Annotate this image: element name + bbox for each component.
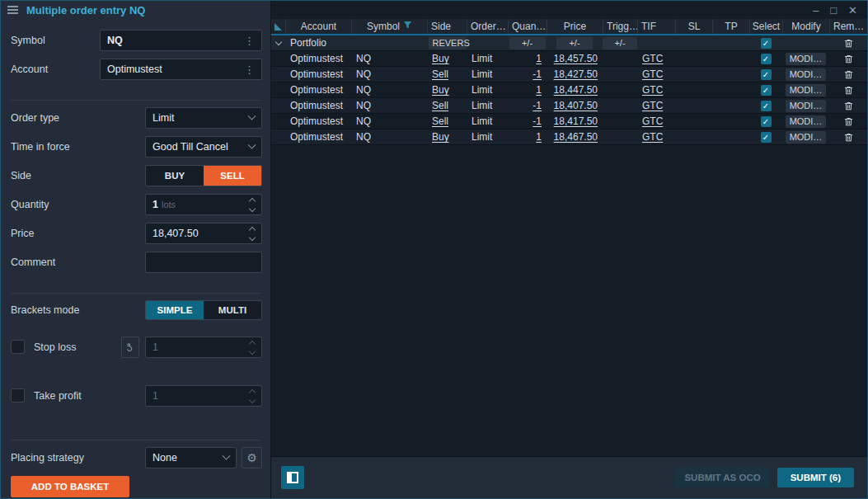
reverse-button[interactable]: REVERS [429, 37, 467, 49]
modify-button[interactable]: MODI… [786, 53, 827, 65]
order-quantity-link[interactable]: 1 [536, 53, 542, 64]
order-price-link[interactable]: 18,447.50 [554, 84, 598, 96]
order-price-link[interactable]: 18,457.50 [554, 53, 598, 64]
stop-loss-checkbox[interactable] [11, 340, 25, 354]
select-checkbox[interactable]: ✓ [761, 38, 772, 49]
trailing-hook-icon[interactable] [121, 337, 139, 358]
column-header-tif[interactable]: TIF [637, 19, 675, 34]
column-header-select[interactable]: Select [749, 19, 782, 34]
comment-input[interactable] [145, 252, 262, 273]
stop-loss-stepper[interactable]: 1 [145, 337, 262, 358]
column-header-tp[interactable]: TP [712, 19, 749, 34]
symbol-field[interactable]: NQ ⋮ [100, 30, 262, 51]
simple-button[interactable]: SIMPLE [146, 301, 204, 319]
take-profit-stepper[interactable]: 1 [145, 385, 262, 407]
order-side-link[interactable]: Buy [432, 53, 449, 64]
order-tif-link[interactable]: GTC [642, 115, 663, 127]
column-header-sl[interactable]: SL [675, 19, 712, 34]
order-side-link[interactable]: Sell [432, 115, 448, 127]
column-header-trigger[interactable]: Trigg… [603, 19, 637, 34]
trash-icon[interactable] [843, 38, 854, 49]
add-to-basket-button[interactable]: ADD TO BASKET [11, 476, 129, 497]
column-header-symbol[interactable]: Symbol [351, 19, 427, 34]
order-tif-link[interactable]: GTC [642, 53, 663, 64]
account-field[interactable]: Optimustest ⋮ [100, 59, 262, 80]
order-price-link[interactable]: 18,407.50 [554, 100, 598, 111]
panel-toggle-button[interactable] [281, 466, 304, 489]
spinner-icon[interactable] [245, 228, 255, 240]
modify-button[interactable]: MODI… [786, 100, 827, 112]
select-checkbox[interactable]: ✓ [761, 132, 772, 143]
column-header-price[interactable]: Price [547, 19, 603, 34]
kebab-icon[interactable]: ⋮ [239, 64, 255, 76]
order-side-link[interactable]: Buy [432, 84, 449, 96]
expand-chevron-icon[interactable] [271, 42, 285, 45]
spinner-icon[interactable] [245, 390, 255, 402]
order-side-link[interactable]: Buy [432, 131, 449, 143]
price-plus-minus-button[interactable]: +/- [556, 37, 593, 49]
order-quantity-link[interactable]: 1 [536, 131, 542, 143]
select-checkbox[interactable]: ✓ [761, 54, 772, 64]
order-account: Optimustest [285, 131, 351, 143]
spinner-icon[interactable] [245, 341, 255, 354]
buy-button[interactable]: BUY [146, 166, 204, 186]
price-stepper[interactable]: 18,407.50 [145, 223, 262, 244]
select-checkbox[interactable]: ✓ [761, 116, 772, 127]
quantity-stepper[interactable]: 1 lots [145, 194, 262, 215]
order-price-link[interactable]: 18,467.50 [554, 131, 598, 143]
select-checkbox[interactable]: ✓ [761, 85, 772, 96]
order-side-link[interactable]: Sell [432, 100, 448, 111]
column-header-modify[interactable]: Modify [782, 19, 829, 34]
placing-strategy-select[interactable]: None [145, 447, 237, 468]
take-profit-checkbox[interactable] [11, 388, 25, 402]
select-checkbox[interactable]: ✓ [761, 69, 772, 80]
gear-icon[interactable]: ⚙ [242, 447, 262, 468]
sell-button[interactable]: SELL [204, 166, 261, 186]
close-icon[interactable]: ✕ [848, 5, 857, 16]
maximize-icon[interactable]: □ [830, 5, 837, 16]
select-all-corner-icon[interactable] [271, 19, 285, 34]
minimize-icon[interactable]: – [813, 5, 819, 16]
modify-button[interactable]: MODI… [786, 84, 827, 97]
time-in-force-select[interactable]: Good Till Cancel [145, 136, 262, 158]
order-quantity-link[interactable]: -1 [533, 68, 542, 80]
column-header-quantity[interactable]: Quan… [508, 19, 547, 34]
modify-button[interactable]: MODI… [786, 131, 827, 144]
column-header-account[interactable]: Account [285, 19, 351, 34]
filter-icon[interactable] [403, 21, 412, 32]
trash-icon[interactable] [843, 69, 854, 80]
multi-button[interactable]: MULTI [204, 301, 261, 319]
quantity-plus-minus-button[interactable]: +/- [509, 37, 546, 49]
trash-icon[interactable] [843, 132, 854, 143]
trash-icon[interactable] [843, 101, 854, 111]
order-type-select[interactable]: Limit [145, 107, 262, 129]
trash-icon[interactable] [843, 54, 854, 64]
modify-button[interactable]: MODI… [786, 68, 827, 81]
menu-icon[interactable] [7, 6, 18, 14]
order-tif-link[interactable]: GTC [642, 131, 663, 143]
order-price-link[interactable]: 18,427.50 [554, 68, 598, 80]
submit-as-oco-button[interactable]: SUBMIT AS OCO [674, 468, 770, 487]
order-quantity-link[interactable]: -1 [533, 115, 542, 127]
column-header-side[interactable]: Side [427, 19, 467, 34]
order-side-link[interactable]: Sell [432, 68, 448, 80]
column-header-order-type[interactable]: Order… [467, 19, 508, 34]
select-checkbox[interactable]: ✓ [761, 101, 772, 111]
side-toggle: BUY SELL [145, 165, 262, 186]
submit-button[interactable]: SUBMIT (6) [777, 468, 854, 487]
order-tif-link[interactable]: GTC [642, 100, 663, 111]
column-header-remove[interactable]: Rem… [829, 19, 867, 34]
order-price-link[interactable]: 18,417.50 [554, 115, 598, 127]
trash-icon[interactable] [843, 85, 854, 96]
order-tif-link[interactable]: GTC [642, 84, 663, 96]
order-quantity-link[interactable]: -1 [533, 100, 542, 111]
spinner-icon[interactable] [245, 199, 255, 211]
order-symbol: NQ [351, 131, 427, 143]
portfolio-row: Portfolio REVERS +/- +/- +/- ✓ [271, 35, 867, 51]
trigger-plus-minus-button[interactable]: +/- [603, 37, 637, 49]
order-quantity-link[interactable]: 1 [536, 84, 542, 96]
trash-icon[interactable] [843, 116, 854, 127]
kebab-icon[interactable]: ⋮ [239, 35, 255, 47]
order-tif-link[interactable]: GTC [642, 68, 663, 80]
modify-button[interactable]: MODI… [786, 115, 827, 128]
